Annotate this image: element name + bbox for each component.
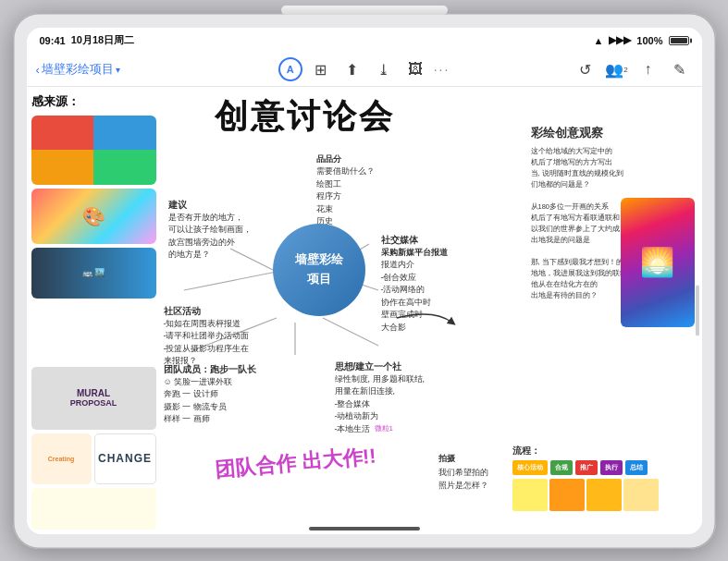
ipad-device: 09:41 10月18日周二 ▲ ▶▶▶ 100% ‹ 墙壁彩绘项目 ▾ xyxy=(13,13,716,549)
apple-pencil xyxy=(281,6,448,15)
mural-proposal-card[interactable]: MURAL PROPOSAL xyxy=(31,367,156,430)
more-options-button[interactable]: ··· xyxy=(434,62,450,77)
users-button[interactable]: 👥2 xyxy=(604,56,630,82)
sticky-3 xyxy=(586,479,622,511)
flow-tag-5: 总结 xyxy=(625,460,648,475)
time: 09:41 xyxy=(40,35,66,46)
bottom-cards-row: Creating CHANGE xyxy=(31,433,156,484)
share-tool-button[interactable]: ⬆ xyxy=(339,56,365,82)
toolbar-left: ‹ 墙壁彩绘项目 ▾ xyxy=(36,61,271,78)
undo-button[interactable]: ↺ xyxy=(573,56,598,82)
inspiration-label: 感来源： xyxy=(31,91,156,112)
canvas[interactable]: 感来源： 🎨 🚌 🏙️ xyxy=(27,87,702,534)
signal-icon: ▶▶▶ xyxy=(609,34,631,46)
change-card[interactable]: CHANGE xyxy=(94,433,156,484)
sixiang-node: 思想/建立一个社 绿性制度, 用多题和联结, 用量在新旧连接, -整合媒体 -动… xyxy=(335,360,474,436)
flow-tag-2: 合规 xyxy=(550,460,573,475)
sticky-1 xyxy=(512,479,548,511)
shequmeiti-node: 社交媒体 采购新媒平台报道 报道内介 -创合效应 -活动网络的 协作在高中时 壁… xyxy=(381,233,501,335)
ipad-screen: 09:41 10月18日周二 ▲ ▶▶▶ 100% ‹ 墙壁彩绘项目 ▾ xyxy=(27,28,702,534)
mindmap-line1: 墙壁彩绘 xyxy=(295,250,343,270)
image-column: 感来源： 🎨 🚌 🏙️ xyxy=(27,87,161,534)
edit-button[interactable]: ✎ xyxy=(667,56,693,82)
toolbar: ‹ 墙壁彩绘项目 ▾ A ⊞ ⬆ ⤓ 🖼 ··· ↺ 👥2 xyxy=(27,54,702,87)
back-chevron-icon: ‹ xyxy=(36,63,40,77)
tuandui-node: 团队成员：跑步一队长 ☺ 笑脸一进课外联 奔跑 一 设计师 摄影 一 物流专员 … xyxy=(164,362,284,426)
date: 10月18日周二 xyxy=(71,33,134,47)
wifi-icon: ▲ xyxy=(593,35,603,46)
flow-tag-4: 执行 xyxy=(600,460,623,475)
flow-section: 流程： 核心活动 合规 推广 执行 总结 xyxy=(512,445,693,511)
battery-icon xyxy=(669,36,689,45)
shequhuodong-node: 社区活动 -知如在周围表枰报道 -请平和社团举办活动面 -投篮从摄影功程序生在 … xyxy=(164,304,273,368)
home-indicator xyxy=(309,527,420,531)
main-canvas: 创意讨论会 品品分 需要借助什么？ 绘图工 程序方 花束 历史 录 墙壁彩绘 项… xyxy=(164,87,702,534)
flow-label: 流程： xyxy=(512,445,693,457)
mindmap-center: 墙壁彩绘 项目 xyxy=(273,224,365,316)
canvas-title: 创意讨论会 xyxy=(215,94,395,140)
status-left: 09:41 10月18日周二 xyxy=(40,33,135,47)
battery-label: 100% xyxy=(636,35,662,46)
mindmap-line2: 项目 xyxy=(307,270,331,289)
back-button[interactable]: ‹ 墙壁彩绘项目 ▾ xyxy=(36,61,120,78)
scroll-indicator xyxy=(696,285,699,335)
users-count: 2 xyxy=(623,66,627,74)
status-bar: 09:41 10月18日周二 ▲ ▶▶▶ 100% xyxy=(27,28,702,54)
jianyi-node: 建议 是否有开放的地方， 可以让孩子绘制画面， 故宫围墙旁边的外 的地方是？ xyxy=(168,198,279,262)
image-tool-button[interactable]: 🖼 xyxy=(402,56,428,82)
flow-tag-1: 核心活动 xyxy=(512,460,548,475)
toolbar-right: ↺ 👥2 ↑ ✎ xyxy=(457,56,692,82)
flow-tag-3: 推广 xyxy=(575,460,598,475)
image-card-1[interactable] xyxy=(31,116,156,185)
export-tool-button[interactable]: ⤓ xyxy=(371,56,397,82)
xieshu-node: 拍摄 我们希望拍的 照片是怎样？ xyxy=(438,452,512,492)
grid-tool-button[interactable]: ⊞ xyxy=(308,56,334,82)
right-artwork: 🌅 xyxy=(621,198,695,327)
pencil-label: A xyxy=(287,64,294,75)
sticky-2 xyxy=(549,479,585,511)
flow-tags: 核心活动 合规 推广 执行 总结 xyxy=(512,460,693,475)
back-label: 墙壁彩绘项目 xyxy=(42,61,114,78)
share-button[interactable]: ↑ xyxy=(635,56,661,82)
sticky-row xyxy=(512,479,693,511)
creating-card[interactable]: Creating xyxy=(31,433,92,484)
toolbar-center: A ⊞ ⬆ ⤓ 🖼 ··· xyxy=(278,56,450,82)
yellow-card[interactable] xyxy=(31,488,156,530)
team-text: 团队合作 出大作!! xyxy=(214,442,377,483)
change-label: CHANGE xyxy=(98,452,152,465)
image-card-3[interactable]: 🚌 🏙️ xyxy=(31,248,156,299)
chuangyiguancha-label: 彩绘创意观察 xyxy=(531,124,693,143)
pencil-tool-button[interactable]: A xyxy=(278,57,302,81)
status-right: ▲ ▶▶▶ 100% xyxy=(593,34,688,46)
chevron-down-icon: ▾ xyxy=(116,65,120,75)
image-card-2[interactable]: 🎨 xyxy=(31,189,156,244)
sticky-4 xyxy=(623,479,659,511)
